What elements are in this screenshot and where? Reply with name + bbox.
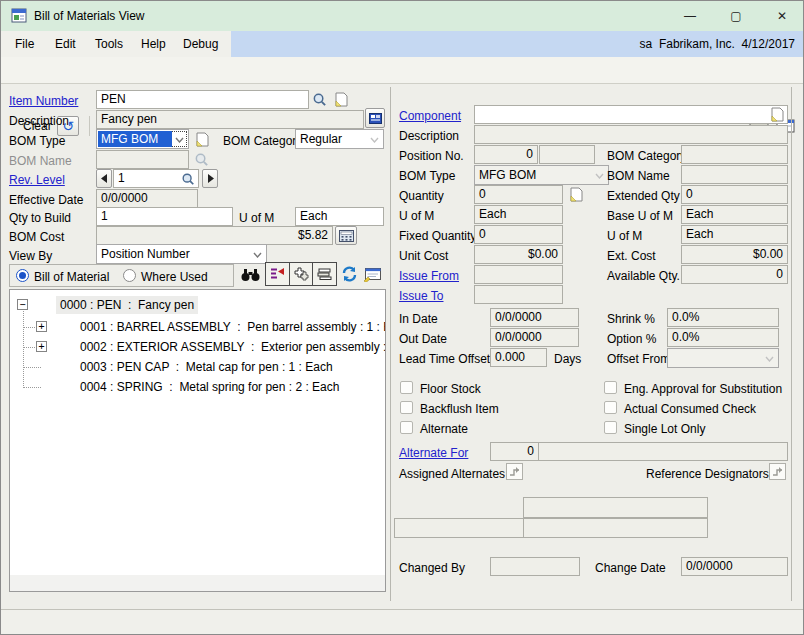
change-date-field: 0/0/0000 [681,557,788,576]
component-field[interactable] [474,105,788,124]
alternate-label[interactable]: Alternate [420,421,468,437]
tree-expander-root[interactable]: − [17,299,28,310]
calculator-icon [339,230,354,242]
rev-level-prev-button[interactable] [96,169,112,188]
menu-tools[interactable]: Tools [89,31,129,57]
tree-horizontal-scrollbar[interactable] [10,575,385,591]
backflush-item-checkbox[interactable] [400,401,413,414]
offset-from-dropdown [667,348,779,368]
bom-type-note-button[interactable] [192,129,212,149]
position-no-aux-field [539,145,595,164]
tree-item-root[interactable]: 0000 : PEN : Fancy pen [56,296,198,314]
chevron-down-icon [253,252,262,258]
item-number-lookup-button[interactable] [309,90,330,109]
where-used-radio-label[interactable]: Where Used [141,269,208,285]
issue-to-link[interactable]: Issue To [399,288,443,304]
qty-to-build-field[interactable]: 1 [96,207,233,226]
fixed-quantity-field: 0 [474,225,563,244]
bill-of-material-radio[interactable] [16,269,29,282]
bom-cost-calculator-button[interactable] [335,226,357,245]
alternate-checkbox[interactable] [400,421,413,434]
expansion-icon [509,466,520,477]
actual-consumed-label[interactable]: Actual Consumed Check [624,401,756,417]
description-field: Fancy pen [96,110,364,129]
tree-expander-1[interactable]: + [36,321,47,332]
quantity-field: 0 [474,185,563,204]
bill-of-material-radio-label[interactable]: Bill of Material [34,269,109,285]
detail-box-bottom-right [523,518,708,538]
refresh-button[interactable] [339,264,359,284]
uofm2-label: U of M [607,228,642,244]
tree-item-4[interactable]: 0004 : SPRING : Metal spring for pen : 2… [80,378,339,396]
bom-type-dropdown[interactable]: MFG BOM [96,129,189,149]
issue-from-link[interactable]: Issue From [399,268,459,284]
expand-all-button[interactable] [290,263,314,285]
in-date-field: 0/0/0000 [490,308,579,327]
menu-debug[interactable]: Debug [177,31,224,57]
tree-item-2[interactable]: 0002 : EXTERIOR ASSEMBLY : Exterior pen … [80,338,386,356]
rev-level-lookup-button[interactable] [179,170,197,187]
toolbar-separator [89,116,90,136]
eng-approval-checkbox[interactable] [604,381,617,394]
issue-to-field [474,285,563,304]
floor-stock-label[interactable]: Floor Stock [420,381,481,397]
tree-item-3[interactable]: 0003 : PEN CAP : Metal cap for pen : 1 :… [80,358,333,376]
tree-item-1[interactable]: 0001 : BARREL ASSEMBLY : Pen barrel asse… [80,318,386,336]
goto-component-button[interactable] [266,263,290,285]
pane-divider-left [390,87,391,601]
tree-expander-2[interactable]: + [36,341,47,352]
description-expansion-button[interactable] [365,108,385,128]
detail-box-top [523,497,708,518]
available-qty-field: 0 [681,265,788,284]
menu-file[interactable]: File [9,31,40,57]
note-icon [196,132,209,147]
quantity-note-button[interactable] [566,185,586,204]
chevron-down-icon [595,173,604,179]
rev-level-next-button[interactable] [202,169,218,188]
menu-help[interactable]: Help [135,31,172,57]
window-title: Bill of Materials View [34,9,144,23]
item-number-link[interactable]: Item Number [9,93,78,109]
alternate-for-link[interactable]: Alternate For [399,445,468,461]
assigned-alternates-expansion-button[interactable] [506,463,523,480]
backflush-item-label[interactable]: Backflush Item [420,401,499,417]
bom-cost-field: $5.82 [96,226,333,245]
option-label: Option % [607,331,656,347]
item-number-note-button[interactable] [331,90,352,109]
assigned-alternates-label: Assigned Alternates [399,466,505,482]
view-by-label: View By [9,248,52,264]
component-bom-type-dropdown: MFG BOM [474,165,609,185]
tree-button-group [265,262,337,286]
single-lot-only-checkbox[interactable] [604,421,617,434]
maximize-button[interactable]: ▢ [713,1,759,30]
minimize-button[interactable]: — [667,1,713,30]
single-lot-only-label[interactable]: Single Lot Only [624,421,705,437]
component-bom-name-field [681,165,788,184]
component-note-button[interactable] [767,105,787,124]
bom-tree[interactable]: − 0000 : PEN : Fancy pen + 0001 : BARREL… [9,289,386,592]
window-zoom-icon [369,113,382,124]
lead-time-offset-label: Lead Time Offset [399,351,490,367]
actual-consumed-checkbox[interactable] [604,401,617,414]
close-button[interactable]: ✕ [759,1,804,30]
component-link[interactable]: Component [399,108,461,124]
eng-approval-label[interactable]: Eng. Approval for Substitution [624,381,782,397]
collapse-all-button[interactable] [313,263,336,285]
lead-time-offset-field: 0.000 [490,348,547,367]
view-by-dropdown[interactable]: Position Number [96,244,267,264]
rev-level-link[interactable]: Rev. Level [9,172,65,188]
option-field: 0.0% [667,328,779,347]
reference-designators-expansion-button[interactable] [769,463,786,480]
menu-bar: File Edit Tools Help Debug sa Fabrikam, … [1,31,803,58]
effective-date-label: Effective Date [9,192,83,208]
find-button[interactable] [238,263,263,286]
tree-note-button[interactable] [361,264,383,284]
item-number-field[interactable]: PEN [96,90,309,109]
unit-cost-field: $0.00 [474,245,563,264]
base-uofm-label: Base U of M [607,208,673,224]
menu-edit[interactable]: Edit [49,31,82,57]
floor-stock-checkbox[interactable] [400,381,413,394]
offset-from-label: Offset From: [607,351,673,367]
component-description-label: Description [399,128,459,144]
where-used-radio[interactable] [123,269,136,282]
